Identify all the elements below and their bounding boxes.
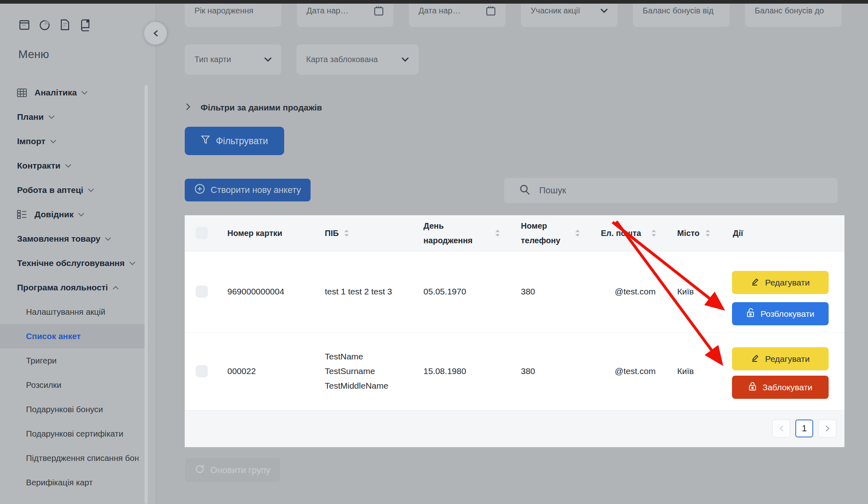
sidebar-subitem-gift-bonuses[interactable]: Подарункові бонуси (0, 397, 138, 422)
cell-phone: 380 (521, 284, 535, 299)
document-icon[interactable] (58, 18, 71, 32)
cell-full-name: TestName TestSurname TestMiddleName (325, 349, 388, 393)
pencil-icon (751, 277, 760, 288)
filter-label: Дата нар… (307, 6, 348, 15)
calendar-icon[interactable] (486, 6, 496, 16)
column-header-full-name: ПІБ (325, 226, 339, 240)
table-row: 000022 TestName TestSurname TestMiddleNa… (185, 332, 844, 411)
sidebar-subitem-mailings[interactable]: Розсилки (0, 373, 138, 397)
select-all-checkbox[interactable] (196, 227, 208, 239)
column-header-actions: Дії (733, 226, 743, 240)
create-questionnaire-button[interactable]: Створити нову анкету (185, 179, 311, 201)
chevron-down-icon (105, 237, 111, 241)
filter-birth-date-from[interactable]: Дата нар… (297, 0, 393, 27)
sidebar-item-label: Контракти (17, 161, 60, 171)
row-checkbox[interactable] (196, 365, 208, 377)
sidebar-item-loyalty-program[interactable]: Програма лояльності (0, 275, 146, 300)
sort-icon[interactable] (706, 230, 710, 237)
sidebar-item-label: Плани (17, 112, 44, 122)
filter-card-blocked[interactable]: Карта заблокована (296, 44, 419, 75)
pie-chart-icon[interactable] (38, 18, 51, 32)
sidebar-subitem-triggers[interactable]: Тригери (0, 348, 138, 373)
sidebar-scrollbar[interactable] (145, 85, 148, 504)
pagination-prev-button[interactable] (772, 420, 790, 437)
cell-email: @test.com (593, 284, 656, 299)
refresh-icon (195, 464, 205, 476)
chevron-down-icon (264, 57, 272, 62)
lock-button[interactable]: Заблокувати (732, 376, 829, 399)
column-header-card-number: Номер картки (227, 226, 282, 240)
edit-button[interactable]: Редагувати (732, 347, 829, 370)
update-group-button[interactable]: Оновити групу (185, 458, 280, 482)
sort-icon[interactable] (344, 230, 349, 237)
sidebar-item-import[interactable]: Імпорт (0, 129, 146, 154)
cell-full-name: test 1 test 2 test 3 (325, 284, 392, 299)
sidebar-subitem-label: Список анкет (26, 331, 81, 341)
chevron-down-icon (49, 115, 54, 119)
sidebar-subitem-label: Подарункові сертифікати (26, 429, 123, 439)
cell-birthday: 05.05.1970 (423, 284, 466, 299)
filter-bonus-balance-from[interactable]: Баланс бонусів від (633, 0, 730, 27)
pencil-icon (751, 353, 760, 364)
chevron-down-icon (50, 140, 56, 143)
sidebar-collapse-button[interactable] (144, 22, 167, 45)
sidebar-subitem-bonus-writeoff-confirm[interactable]: Підтвердження списання бону… (0, 446, 138, 470)
filter-birth-date-to[interactable]: Дата нар… (409, 0, 505, 27)
sidebar-subitem-label: Підтвердження списання бону… (26, 453, 138, 463)
pagination-next-button[interactable] (818, 420, 836, 437)
edit-button-label: Редагувати (765, 354, 810, 364)
archive-icon[interactable] (18, 18, 31, 32)
filter-button[interactable]: Фільтрувати (185, 127, 284, 155)
sort-icon[interactable] (575, 230, 580, 237)
table-footer: 1 (185, 410, 844, 447)
row-checkbox[interactable] (196, 286, 208, 298)
filter-bonus-balance-to[interactable]: Баланс бонусів до (745, 0, 842, 27)
filter-birth-year[interactable]: Рік народження (185, 0, 281, 27)
pagination-page-1[interactable]: 1 (795, 420, 813, 437)
sidebar-subitem-gift-certificates[interactable]: Подарункові сертифікати (0, 422, 138, 446)
search-input[interactable] (538, 185, 784, 196)
chevron-right-icon (825, 425, 830, 432)
sidebar-item-label: Аналітика (35, 88, 77, 97)
sidebar-subitem-label: Подарункові бонуси (26, 404, 103, 414)
sidebar-quick-icons (18, 18, 92, 32)
sidebar-item-label: Програма лояльності (17, 283, 108, 292)
unlock-button[interactable]: Розблокувати (732, 302, 829, 325)
chevron-down-icon (65, 164, 71, 168)
book-icon[interactable] (79, 18, 92, 32)
sidebar-subitem-questionnaire-list[interactable]: Список анкет (0, 324, 145, 348)
filter-promo-participant[interactable]: Учасник акції (521, 0, 618, 27)
sidebar-item-maintenance[interactable]: Технічне обслуговування (0, 251, 146, 275)
sidebar: Меню Аналітика Плани Імпорт Контракти Ро… (0, 0, 156, 504)
sidebar-subitem-label: Тригери (26, 356, 57, 366)
sidebar-item-pharmacy-work[interactable]: Робота в аптеці (0, 178, 146, 202)
chevron-left-icon (153, 30, 158, 37)
chevron-right-icon (186, 103, 190, 112)
sidebar-item-plans[interactable]: Плани (0, 105, 146, 129)
search-box[interactable] (504, 178, 838, 203)
search-icon (520, 184, 530, 197)
sidebar-item-directory[interactable]: Довідник (0, 202, 146, 227)
sidebar-item-analytics[interactable]: Аналітика (0, 80, 146, 105)
calendar-icon[interactable] (374, 6, 384, 16)
sales-filters-toggle[interactable]: Фільтри за даними продажів (186, 101, 322, 115)
sidebar-title: Меню (18, 48, 49, 61)
sidebar-item-contracts[interactable]: Контракти (0, 154, 146, 178)
sidebar-subitem-label: Верифікація карт (26, 478, 93, 487)
cell-card-number: 000022 (227, 364, 256, 379)
sidebar-subitem-promo-settings[interactable]: Налаштування акцій (0, 300, 138, 324)
lock-icon (748, 381, 757, 393)
edit-button-label: Редагувати (765, 278, 810, 288)
sidebar-subitem-card-verification[interactable]: Верифікація карт (0, 470, 138, 495)
sort-icon[interactable] (495, 230, 500, 237)
chevron-up-icon (113, 286, 119, 290)
edit-button[interactable]: Редагувати (732, 271, 829, 294)
cell-email: @test.com (593, 364, 656, 379)
questionnaire-table: Номер картки ПІБ День народження Номер т… (185, 215, 844, 447)
cell-city: Київ (677, 364, 694, 379)
sidebar-item-goods-order[interactable]: Замовлення товару (0, 227, 146, 251)
create-questionnaire-label: Створити нову анкету (211, 185, 301, 195)
filter-card-type[interactable]: Тип карти (185, 44, 281, 75)
sort-icon[interactable] (652, 230, 656, 237)
cell-phone: 380 (521, 364, 535, 379)
